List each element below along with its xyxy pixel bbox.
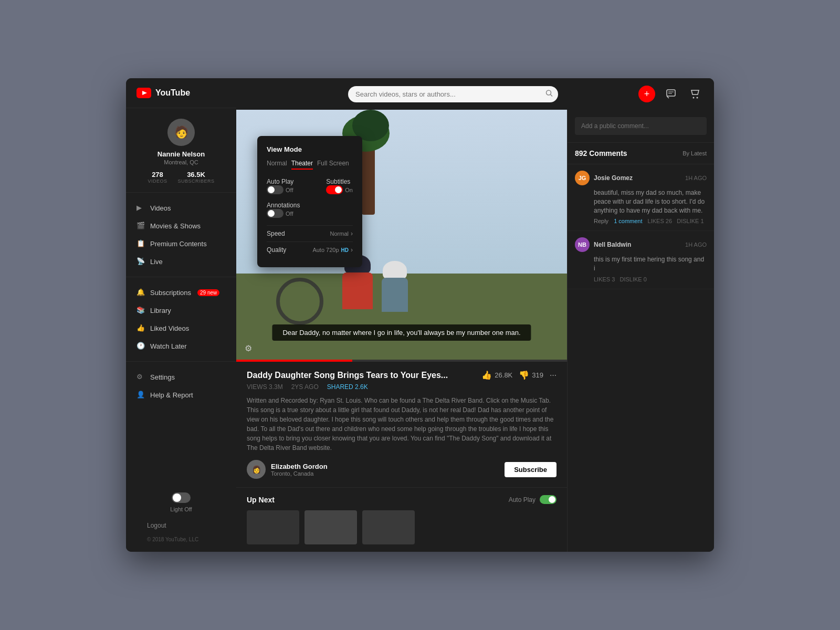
settings-speed-row[interactable]: Speed Normal › bbox=[267, 225, 353, 242]
sidebar-item-subscriptions-label: Subscriptions bbox=[150, 289, 191, 297]
subtitles-toggle[interactable]: On bbox=[326, 185, 353, 194]
sidebar-item-watch-later-label: Watch Later bbox=[150, 342, 187, 350]
avatar: 🧑 bbox=[167, 119, 195, 146]
annotations-switch[interactable] bbox=[267, 209, 284, 218]
annotations-label: Annotations bbox=[267, 202, 300, 209]
channel-info: 👩 Elizabeth Gordon Toronto, Canada bbox=[247, 460, 328, 479]
stat-videos: 278 VIDEOS bbox=[148, 171, 167, 184]
settings-annotations-row: Annotations Off bbox=[267, 202, 353, 218]
reply-button-0[interactable]: Reply bbox=[594, 218, 608, 224]
logout-button[interactable]: Logout bbox=[136, 518, 226, 533]
auto-play-toggle[interactable] bbox=[540, 495, 556, 504]
liked-icon: 👍 bbox=[136, 324, 145, 332]
progress-bar bbox=[236, 360, 567, 362]
cart-button[interactable] bbox=[687, 86, 704, 102]
autoplay-switch[interactable] bbox=[267, 185, 284, 194]
settings-panel: View Mode Normal Theater Full Screen Aut… bbox=[257, 136, 362, 267]
channel-location: Toronto, Canada bbox=[271, 470, 328, 477]
comment-likes-0: LIKES 26 DISLIKE 1 bbox=[648, 218, 704, 224]
svg-point-8 bbox=[693, 97, 695, 99]
sidebar-item-movies[interactable]: 🎬 Movies & Shows bbox=[126, 217, 236, 235]
add-button[interactable]: + bbox=[638, 86, 655, 102]
sidebar-item-liked[interactable]: 👍 Liked Videos bbox=[126, 319, 236, 337]
speed-value: Normal bbox=[330, 230, 349, 237]
channel-avatar: 👩 bbox=[247, 460, 266, 479]
body1 bbox=[342, 272, 373, 309]
library-icon: 📚 bbox=[136, 306, 145, 314]
premium-icon: 📋 bbox=[136, 239, 145, 248]
sidebar-header: YouTube bbox=[126, 78, 236, 108]
stat-subscribers: 36.5K SUBSCRIBERS bbox=[177, 171, 214, 184]
sidebar-item-subscriptions[interactable]: 🔔 Subscriptions 29 new bbox=[126, 284, 236, 301]
settings-icon: ⚙ bbox=[136, 373, 145, 381]
light-off-switch[interactable] bbox=[172, 492, 191, 503]
body2 bbox=[382, 278, 408, 312]
chat-button[interactable] bbox=[663, 86, 679, 102]
subscriptions-icon: 🔔 bbox=[136, 288, 145, 297]
progress-fill bbox=[236, 360, 352, 362]
comment-input[interactable] bbox=[575, 117, 707, 135]
auto-play-label: Auto Play bbox=[509, 496, 536, 503]
sidebar-item-live[interactable]: 📡 Live bbox=[126, 253, 236, 270]
up-next-section: Up Next Auto Play bbox=[236, 488, 567, 552]
search-input[interactable] bbox=[348, 86, 558, 102]
sidebar-item-library[interactable]: 📚 Library bbox=[126, 301, 236, 319]
up-next-thumb-3[interactable] bbox=[362, 510, 415, 544]
view-tab-fullscreen[interactable]: Full Screen bbox=[317, 160, 349, 170]
view-mode-tabs: Normal Theater Full Screen bbox=[267, 160, 353, 170]
like-button[interactable]: 👍 26.8K bbox=[481, 370, 512, 380]
sidebar-nav-bottom: ⚙ Settings 👤 Help & Report bbox=[126, 362, 236, 410]
header: + bbox=[236, 78, 714, 110]
profile-name: Nannie Nelson bbox=[158, 150, 205, 158]
replies-link-0[interactable]: 1 comment bbox=[614, 218, 642, 224]
person2 bbox=[382, 261, 408, 312]
video-player[interactable]: View Mode Normal Theater Full Screen Aut… bbox=[236, 110, 567, 362]
sidebar-item-videos[interactable]: ▶ Videos bbox=[126, 199, 236, 217]
quality-label: Quality bbox=[267, 246, 286, 254]
search-bar bbox=[348, 86, 558, 102]
sidebar-item-settings-label: Settings bbox=[150, 373, 175, 381]
quality-chevron-icon: › bbox=[351, 246, 353, 254]
quality-hd-badge: HD bbox=[341, 247, 349, 253]
video-icon: ▶ bbox=[136, 204, 145, 212]
autoplay-toggle[interactable]: Off bbox=[267, 185, 293, 194]
copyright-text: © 2018 YouTube, LLC bbox=[136, 533, 226, 545]
gear-icon[interactable]: ⚙ bbox=[245, 343, 252, 353]
comment-avatar-1: NB bbox=[575, 237, 590, 252]
comment-meta-1: LIKES 3 DISLIKE 0 bbox=[594, 276, 707, 282]
comments-sort[interactable]: By Latest bbox=[682, 150, 707, 156]
annotations-toggle[interactable]: Off bbox=[267, 209, 300, 218]
channel-name: Elizabeth Gordon bbox=[271, 463, 328, 470]
search-button[interactable] bbox=[545, 90, 553, 99]
settings-quality-row[interactable]: Quality Auto 720p HD › bbox=[267, 242, 353, 258]
view-tab-theater[interactable]: Theater bbox=[291, 160, 313, 170]
comment-item-0: JG Josie Gomez 1H AGO beautiful, miss my… bbox=[568, 164, 714, 231]
svg-rect-4 bbox=[667, 90, 675, 96]
sidebar-item-premium-label: Premium Contents bbox=[150, 240, 207, 248]
helmet2 bbox=[383, 261, 407, 280]
sidebar-item-help[interactable]: 👤 Help & Report bbox=[126, 386, 236, 404]
svg-point-9 bbox=[697, 97, 698, 99]
subscribe-button[interactable]: Subscribe bbox=[505, 462, 556, 477]
autoplay-state: Off bbox=[286, 187, 293, 193]
comments-panel: 892 Comments By Latest JG Josie Gomez 1H… bbox=[567, 110, 714, 552]
more-options-button[interactable]: ⋯ bbox=[550, 371, 556, 379]
video-meta: VIEWS 3.3M 2YS AGO SHARED 2.6K bbox=[247, 383, 556, 391]
subtitles-label: Subtitles bbox=[326, 178, 353, 185]
sidebar-item-premium[interactable]: 📋 Premium Contents bbox=[126, 235, 236, 253]
time-ago: 2YS AGO bbox=[291, 383, 319, 391]
cart-icon bbox=[690, 89, 700, 99]
comment-time-1: 1H AGO bbox=[685, 242, 707, 248]
up-next-thumb-1[interactable] bbox=[247, 510, 299, 544]
sidebar-item-settings[interactable]: ⚙ Settings bbox=[126, 368, 236, 386]
up-next-thumb-2[interactable] bbox=[304, 510, 357, 544]
comment-likes-1: LIKES 3 DISLIKE 0 bbox=[594, 276, 647, 282]
subtitles-switch[interactable] bbox=[326, 185, 343, 194]
sidebar-item-help-label: Help & Report bbox=[150, 391, 193, 399]
subtitles-knob bbox=[335, 186, 342, 193]
comments-count: 892 Comments bbox=[575, 149, 627, 158]
sidebar-item-watch-later[interactable]: 🕐 Watch Later bbox=[126, 337, 236, 355]
view-tab-normal[interactable]: Normal bbox=[267, 160, 287, 170]
dislike-button[interactable]: 👎 319 bbox=[519, 370, 543, 380]
sidebar-nav-primary: ▶ Videos 🎬 Movies & Shows 📋 Premium Cont… bbox=[126, 193, 236, 277]
